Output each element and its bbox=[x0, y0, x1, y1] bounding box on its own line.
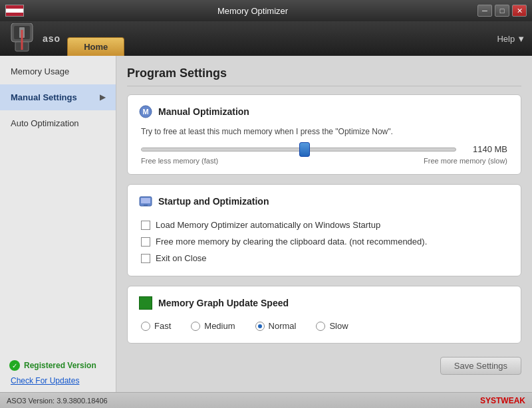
slider-labels: Free less memory (fast) Free more memory… bbox=[138, 157, 510, 165]
slider-track[interactable] bbox=[141, 148, 456, 152]
radio-medium-outer[interactable] bbox=[191, 322, 200, 331]
checkbox-load-auto-box[interactable] bbox=[141, 221, 150, 230]
checkbox-free-clipboard-box[interactable] bbox=[141, 237, 150, 247]
memory-graph-header: Memory Graph Update Speed bbox=[138, 296, 510, 310]
chevron-right-icon: ▶ bbox=[100, 93, 105, 102]
radio-slow-outer[interactable] bbox=[316, 322, 325, 331]
close-button[interactable]: ✕ bbox=[512, 5, 527, 17]
maximize-button[interactable]: □ bbox=[495, 5, 509, 17]
radio-medium[interactable]: Medium bbox=[191, 321, 235, 331]
content-area: Program Settings M Manual Optimization T… bbox=[116, 56, 532, 392]
slider-thumb[interactable] bbox=[299, 142, 310, 157]
bottom-bar: ASO3 Version: 3.9.3800.18406 SYSTWEAK bbox=[0, 392, 532, 408]
radio-slow[interactable]: Slow bbox=[316, 321, 348, 331]
radio-normal-inner bbox=[258, 324, 262, 328]
sidebar-item-memory-usage[interactable]: Memory Usage bbox=[0, 58, 116, 84]
logo-area: aso bbox=[7, 23, 61, 54]
checkbox-exit-close: Exit on Close bbox=[138, 250, 510, 266]
registered-badge: ✓ Registered Version bbox=[9, 360, 106, 371]
manual-optimization-icon: M bbox=[138, 104, 153, 119]
slider-container: 1140 MB bbox=[138, 144, 510, 154]
radio-fast-outer[interactable] bbox=[141, 322, 150, 331]
tab-home[interactable]: Home bbox=[67, 37, 124, 56]
save-button-row: Save Settings bbox=[127, 353, 521, 380]
sidebar: Memory Usage Manual Settings ▶ Auto Opti… bbox=[0, 56, 116, 392]
slider-description: Try to free at least this much memory wh… bbox=[138, 127, 510, 136]
save-settings-button[interactable]: Save Settings bbox=[440, 357, 521, 375]
systweak-logo: SYSTWEAK bbox=[480, 396, 525, 405]
memory-graph-card: Memory Graph Update Speed Fast Medium bbox=[127, 286, 521, 344]
title-bar: Memory Optimizer ─ □ ✕ bbox=[0, 0, 532, 21]
main-layout: Memory Usage Manual Settings ▶ Auto Opti… bbox=[0, 56, 532, 392]
sidebar-bottom: ✓ Registered Version Check For Updates bbox=[0, 354, 116, 392]
header-bar: aso Home Help ▼ bbox=[0, 21, 532, 56]
svg-rect-8 bbox=[141, 198, 150, 203]
svg-rect-9 bbox=[144, 205, 148, 206]
check-updates-link[interactable]: Check For Updates bbox=[9, 376, 106, 385]
radio-group-speed: Fast Medium Normal Slow bbox=[138, 318, 510, 334]
help-button[interactable]: Help ▼ bbox=[497, 34, 525, 44]
sidebar-item-manual-settings[interactable]: Manual Settings ▶ bbox=[0, 84, 116, 110]
startup-icon bbox=[138, 194, 153, 209]
flag-icon bbox=[5, 5, 24, 17]
startup-optimization-header: Startup and Optimization bbox=[138, 194, 510, 209]
wrench-icon bbox=[9, 23, 35, 54]
slider-label-right: Free more memory (slow) bbox=[424, 157, 507, 165]
app-logo-icon bbox=[7, 23, 37, 54]
memory-graph-icon bbox=[138, 296, 153, 310]
title-bar-left bbox=[5, 5, 28, 17]
registered-icon: ✓ bbox=[9, 360, 20, 371]
nav-tabs: Home bbox=[67, 37, 124, 56]
slider-label-left: Free less memory (fast) bbox=[141, 157, 218, 165]
svg-text:M: M bbox=[142, 108, 148, 116]
checkbox-load-auto: Load Memory Optimizer automatically on W… bbox=[138, 217, 510, 233]
page-title: Program Settings bbox=[127, 66, 521, 86]
slider-value: 1140 MB bbox=[464, 144, 507, 154]
sidebar-item-auto-optimization[interactable]: Auto Optimization bbox=[0, 110, 116, 136]
minimize-button[interactable]: ─ bbox=[477, 5, 492, 17]
logo-text: aso bbox=[43, 33, 61, 44]
manual-optimization-header: M Manual Optimization bbox=[138, 104, 510, 119]
checkbox-free-clipboard: Free more memory by clearing the clipboa… bbox=[138, 233, 510, 250]
registered-label: Registered Version bbox=[24, 361, 96, 370]
window-controls: ─ □ ✕ bbox=[477, 5, 527, 17]
checkbox-exit-close-box[interactable] bbox=[141, 254, 150, 263]
manual-optimization-card: M Manual Optimization Try to free at lea… bbox=[127, 94, 521, 175]
startup-optimization-card: Startup and Optimization Load Memory Opt… bbox=[127, 184, 521, 276]
radio-normal-outer[interactable] bbox=[255, 322, 265, 331]
window-title: Memory Optimizer bbox=[28, 6, 477, 16]
radio-fast[interactable]: Fast bbox=[141, 321, 171, 331]
version-label: ASO3 Version: 3.9.3800.18406 bbox=[7, 397, 108, 405]
radio-normal[interactable]: Normal bbox=[255, 321, 297, 331]
